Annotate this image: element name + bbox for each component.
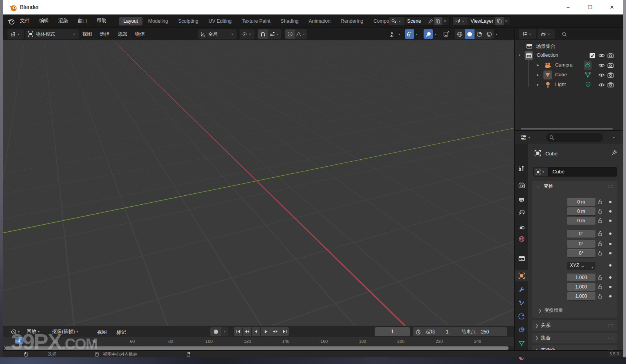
collections-panel[interactable]: ❯集合:::: <box>532 333 617 343</box>
maximize-button[interactable]: ☐ <box>579 0 601 14</box>
loc-x-field[interactable]: 0 m <box>567 198 595 206</box>
outliner-filter-button[interactable]: ▾ <box>538 29 555 39</box>
lock-icon[interactable] <box>598 284 603 290</box>
gizmo-minus-y-axis[interactable] <box>472 77 479 85</box>
outliner-row-cube[interactable]: ▶ Cube <box>515 70 623 80</box>
render-visibility-icon[interactable] <box>607 62 614 68</box>
properties-search[interactable] <box>546 133 603 142</box>
render-visibility-icon[interactable] <box>607 72 614 78</box>
drag-dots-icon[interactable]: :::: <box>608 184 613 188</box>
keying-set-dropdown[interactable]: ▾ <box>221 327 228 336</box>
pan-button[interactable] <box>498 113 509 124</box>
menu-file[interactable]: 文件 <box>15 18 34 24</box>
tab-particles[interactable] <box>515 297 528 309</box>
menu-help[interactable]: 帮助 <box>92 18 111 24</box>
tab-modifiers[interactable] <box>515 283 528 295</box>
viewport-menu-add[interactable]: 添加 <box>118 31 128 38</box>
show-gizmo-button[interactable] <box>387 29 397 39</box>
timeline-expand-arrow[interactable]: ❯ <box>4 346 7 350</box>
outliner-row-camera[interactable]: ▶ Camera <box>515 61 623 70</box>
tab-object-data[interactable] <box>515 337 528 349</box>
rot-z-field[interactable]: 0° <box>567 249 595 257</box>
selectmode-extend[interactable] <box>34 43 44 50</box>
decorator-dot[interactable] <box>609 210 612 213</box>
tool-rotate[interactable] <box>9 109 26 125</box>
tab-tool[interactable] <box>515 162 528 174</box>
viewport-3d[interactable]: 选项▾ 用户透视 (1) Collection | Cube Z Y X <box>3 40 514 326</box>
decorator-dot[interactable] <box>609 243 612 245</box>
workspace-tab-texturepaint[interactable]: Texture Paint <box>238 17 275 25</box>
decorator-dot[interactable] <box>609 276 612 279</box>
shading-rendered-button[interactable] <box>484 29 494 39</box>
tool-measure[interactable] <box>9 178 26 194</box>
properties-options-button[interactable]: ▾ <box>609 133 619 142</box>
pin-icon[interactable] <box>611 150 617 156</box>
lock-icon[interactable] <box>598 241 603 247</box>
gizmo-minus-x-axis[interactable] <box>480 68 487 75</box>
gizmo-minus-z-axis[interactable] <box>487 90 494 96</box>
tool-select-box[interactable] <box>9 58 26 73</box>
end-value[interactable]: 250 <box>481 329 489 335</box>
decorator-dot[interactable] <box>609 232 612 235</box>
next-keyframe-button[interactable] <box>271 327 280 336</box>
outliner-scrollbar[interactable] <box>521 128 613 130</box>
workspace-tab-uvediting[interactable]: UV Editing <box>204 17 236 25</box>
rotation-mode-dropdown[interactable]: XYZ ...▾ <box>567 261 595 269</box>
jump-to-start-button[interactable] <box>234 327 242 336</box>
prev-keyframe-button[interactable] <box>243 327 251 336</box>
ortho-toggle-button[interactable] <box>498 142 509 153</box>
viewlayer-copy-button[interactable] <box>495 17 504 25</box>
viewport-menu-view[interactable]: 视图 <box>82 31 92 38</box>
menu-render[interactable]: 渲染 <box>54 18 73 24</box>
tab-scene[interactable] <box>515 221 528 232</box>
eye-icon[interactable] <box>598 82 605 88</box>
loc-z-field[interactable]: 0 m <box>567 217 595 225</box>
tab-object[interactable] <box>515 270 528 281</box>
scale-y-field[interactable]: 1.000 <box>567 283 595 291</box>
scene-unlink-icon[interactable]: ✕ <box>443 19 447 24</box>
workspace-tab-animation[interactable]: Animation <box>305 17 335 25</box>
shading-wireframe-button[interactable] <box>455 29 465 39</box>
sidebar-collapse-arrow[interactable]: ❮ <box>511 61 514 65</box>
outliner-row-collection[interactable]: ▼ Collection <box>515 51 623 60</box>
play-button[interactable] <box>261 327 271 336</box>
workspace-tab-sculpting[interactable]: Sculpting <box>174 17 202 25</box>
scale-x-field[interactable]: 1.000 <box>567 274 595 281</box>
falloff-button[interactable]: ▾ <box>295 29 307 39</box>
lock-icon[interactable] <box>598 250 603 256</box>
tool-annotate[interactable] <box>9 162 26 178</box>
viewport-menu-object[interactable]: 物体 <box>135 31 145 38</box>
lock-icon[interactable] <box>598 294 603 299</box>
close-button[interactable]: ✕ <box>601 0 623 14</box>
decorator-dot[interactable] <box>609 220 612 222</box>
transform-panel-header[interactable]: ⌄ 变换 :::: <box>532 181 617 191</box>
tab-world[interactable] <box>515 233 528 245</box>
expand-arrow-icon[interactable]: ▼ <box>518 54 521 57</box>
shading-material-button[interactable] <box>474 29 484 39</box>
scale-z-field[interactable]: 1.000 <box>567 292 595 300</box>
tool-scale[interactable] <box>9 125 26 141</box>
jump-to-end-button[interactable] <box>280 327 289 336</box>
checkbox-checked-icon[interactable] <box>589 52 595 59</box>
workspace-tab-modeling[interactable]: Modeling <box>144 17 173 25</box>
menu-edit[interactable]: 编辑 <box>34 18 54 24</box>
loc-y-field[interactable]: 0 m <box>567 207 595 215</box>
workspace-tab-layout[interactable]: Layout <box>119 17 143 25</box>
selectmode-subtract[interactable] <box>44 43 54 50</box>
viewport-options-button[interactable]: 选项▾ <box>481 43 510 51</box>
eye-icon[interactable] <box>598 52 605 59</box>
object-type-dropdown[interactable]: ▾ <box>533 167 548 177</box>
timeline-view-menu[interactable]: 视图 <box>97 329 107 336</box>
camera-object[interactable] <box>95 150 157 191</box>
minimize-button[interactable]: – <box>557 0 579 14</box>
timeline-marker-menu[interactable]: 标记 <box>116 329 126 336</box>
decorator-dot[interactable] <box>609 252 612 254</box>
outliner-row-scene-collection[interactable]: 场景集合 <box>515 41 623 51</box>
render-visibility-icon[interactable] <box>607 82 614 88</box>
selectmode-invert[interactable] <box>54 43 63 50</box>
viewlayer-remove-icon[interactable]: ✕ <box>505 19 508 24</box>
tab-collection-props[interactable] <box>515 252 528 264</box>
pin-icon[interactable] <box>428 19 433 24</box>
light-object[interactable] <box>320 67 328 76</box>
pivot-point-button[interactable]: ▾ <box>240 29 254 39</box>
